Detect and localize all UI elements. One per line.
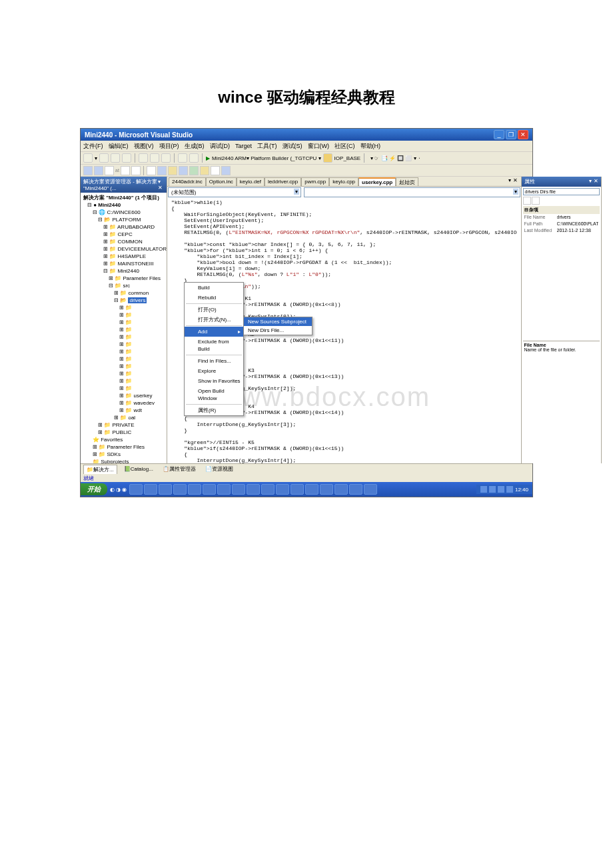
copy-icon[interactable] xyxy=(150,153,159,163)
tab-option[interactable]: Option.inc xyxy=(206,177,237,186)
task-item[interactable] xyxy=(129,484,143,495)
tool-icon[interactable] xyxy=(189,166,199,175)
properties-selector[interactable]: drivers Dirs file xyxy=(523,188,600,195)
task-item[interactable] xyxy=(144,484,157,495)
scope-dropdown[interactable]: (未知范围) xyxy=(168,187,301,197)
tab-catalog[interactable]: 📗Catalog... xyxy=(121,465,156,473)
new-project-icon[interactable] xyxy=(83,153,93,163)
tool-icon[interactable] xyxy=(221,166,231,175)
ctx-favorites[interactable]: Show in Favorites xyxy=(185,376,243,386)
menu-debug[interactable]: 调试(D) xyxy=(210,142,231,151)
tree-item[interactable]: Subprojects xyxy=(101,459,129,463)
paste-icon[interactable] xyxy=(161,153,171,163)
panel-controls[interactable]: ▾ ✕ xyxy=(589,178,598,185)
search-combo[interactable]: IOP_BASE xyxy=(334,155,361,161)
tray-icon[interactable] xyxy=(480,486,487,493)
sub-new-sources[interactable]: New Sources Subproject xyxy=(244,317,312,326)
tray-icon[interactable] xyxy=(506,486,513,493)
tray-icon[interactable] xyxy=(489,486,496,493)
tree-item[interactable]: Parameter Files xyxy=(107,444,144,450)
tree-project[interactable]: Mini2440 xyxy=(98,202,121,208)
menu-view[interactable]: 视图(V) xyxy=(134,142,154,151)
menu-tools[interactable]: 工具(T) xyxy=(257,142,277,151)
task-item[interactable] xyxy=(291,484,304,495)
ctx-open[interactable]: 打开(O) xyxy=(185,305,243,315)
tree-item[interactable]: H4SAMPLE xyxy=(117,253,146,259)
tree-item[interactable]: wdt xyxy=(133,407,141,413)
tree-item[interactable]: C:/WINCE600 xyxy=(107,209,140,215)
ctx-exclude[interactable]: Exclude from Build xyxy=(185,337,243,354)
ctx-add[interactable]: Add▸ xyxy=(185,327,243,337)
task-item[interactable] xyxy=(349,484,362,495)
system-tray[interactable]: 12:40 xyxy=(476,485,532,494)
minimize-button[interactable]: _ xyxy=(494,130,504,139)
open-icon[interactable] xyxy=(99,153,109,163)
tree-item[interactable]: src xyxy=(123,283,130,289)
tab-close-icon[interactable]: ▾ ✕ xyxy=(506,177,519,186)
ctx-properties[interactable]: 属性(R) xyxy=(185,405,243,415)
tree-item[interactable]: PRIVATE xyxy=(112,422,134,428)
tool-icon[interactable] xyxy=(179,166,188,175)
ctx-explore[interactable]: Explore xyxy=(185,366,243,376)
tree-solution-root[interactable]: 解决方案 "Mini2440" (1 个项目) xyxy=(82,194,165,201)
categorize-icon[interactable] xyxy=(523,197,531,205)
menu-edit[interactable]: 编辑(E) xyxy=(109,142,129,151)
ctx-build-window[interactable]: Open Build Window xyxy=(185,386,243,403)
tab-2440addr[interactable]: 2440addr.inc xyxy=(169,177,206,186)
tree-item[interactable]: common xyxy=(128,290,149,296)
tab-userkey[interactable]: userkey.cpp xyxy=(358,177,396,186)
tool-icon[interactable] xyxy=(147,166,156,175)
task-item[interactable] xyxy=(159,484,172,495)
task-item[interactable] xyxy=(217,484,231,495)
menu-file[interactable]: 文件(F) xyxy=(83,142,103,151)
sub-new-dirs[interactable]: New Dirs File... xyxy=(244,326,312,335)
save-all-icon[interactable] xyxy=(122,153,131,163)
tool-icon[interactable] xyxy=(168,166,177,175)
task-item[interactable] xyxy=(247,484,260,495)
tree-item[interactable]: oal xyxy=(128,415,135,421)
tree-item-selected[interactable]: drivers xyxy=(128,297,147,303)
tab-startpage[interactable]: 起始页 xyxy=(396,177,418,186)
book-icon[interactable] xyxy=(323,153,332,163)
task-item[interactable] xyxy=(232,484,245,495)
ctx-open-with[interactable]: 打开方式(N)... xyxy=(185,315,243,325)
solution-tree[interactable]: 解决方案 "Mini2440" (1 个项目) ⊟ ● Mini2440 ⊟ 🌐… xyxy=(81,193,167,463)
ctx-find[interactable]: Find in Files... xyxy=(185,356,243,366)
tab-keyio-cpp[interactable]: keyio.cpp xyxy=(329,177,358,186)
task-item[interactable] xyxy=(276,484,289,495)
run-icon[interactable]: ▶ xyxy=(206,155,210,161)
task-item[interactable] xyxy=(173,484,187,495)
tree-item[interactable]: SDKs xyxy=(107,451,120,457)
task-item[interactable] xyxy=(364,484,377,495)
alphabetical-icon[interactable] xyxy=(532,197,540,205)
menu-target[interactable]: Target xyxy=(235,143,252,149)
task-item[interactable] xyxy=(320,484,333,495)
tab-leddriver[interactable]: leddriver.cpp xyxy=(265,177,301,186)
ctx-rebuild[interactable]: Rebuild xyxy=(185,293,243,303)
redo-icon[interactable] xyxy=(189,153,199,163)
tree-item[interactable]: userkey xyxy=(133,393,152,399)
tool-icon[interactable] xyxy=(105,166,114,175)
task-item[interactable] xyxy=(188,484,201,495)
close-button[interactable]: ✕ xyxy=(518,130,528,139)
tool-icon[interactable] xyxy=(200,166,209,175)
tree-item[interactable]: Favorites xyxy=(101,437,123,443)
tab-property-manager[interactable]: 📋属性管理器 xyxy=(160,465,199,473)
tree-item[interactable]: CEPC xyxy=(117,231,132,237)
tool-icon[interactable] xyxy=(83,166,93,175)
tool-icon[interactable] xyxy=(94,166,103,175)
undo-icon[interactable] xyxy=(178,153,187,163)
start-button[interactable]: 开始 xyxy=(81,483,107,495)
save-icon[interactable] xyxy=(111,153,120,163)
menu-window[interactable]: 窗口(W) xyxy=(308,142,330,151)
tree-item[interactable]: wavedev xyxy=(133,400,155,406)
platform-combo[interactable]: Mini2440 ARM▾ Platform Builder (_TGTCPU … xyxy=(212,155,321,161)
cut-icon[interactable] xyxy=(139,153,148,163)
tree-item[interactable]: Mini2440 xyxy=(117,268,139,274)
tool-icon[interactable] xyxy=(121,166,130,175)
menu-project[interactable]: 项目(P) xyxy=(159,142,179,151)
maximize-button[interactable]: ❐ xyxy=(506,130,516,139)
tab-resource-view[interactable]: 📄资源视图 xyxy=(203,465,236,473)
tab-keyio-def[interactable]: keyio.def xyxy=(237,177,265,186)
panel-controls[interactable]: ▾ ✕ xyxy=(158,179,164,191)
